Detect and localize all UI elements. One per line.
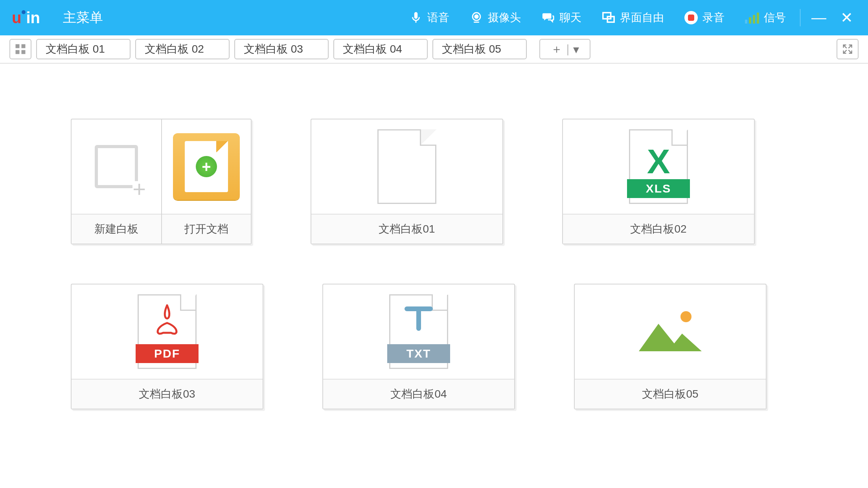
add-tab-button[interactable]: ＋ | ▾	[539, 39, 590, 59]
fullscreen-icon	[842, 44, 853, 55]
open-doc-card[interactable]: + 打开文档	[161, 119, 252, 244]
record-label: 录音	[702, 10, 725, 25]
svg-point-1	[475, 15, 478, 18]
plus-icon: ＋	[551, 41, 563, 57]
xls-badge: XLS	[627, 179, 690, 198]
grid-icon	[15, 43, 26, 55]
open-doc-icon: +	[173, 133, 240, 200]
fullscreen-button[interactable]	[837, 39, 859, 59]
doc-card-5[interactable]: 文档白板05	[574, 284, 767, 409]
svg-rect-7	[22, 50, 26, 54]
svg-rect-6	[16, 50, 20, 54]
tab-2[interactable]: 文档白板 02	[135, 39, 230, 59]
doc-card-3[interactable]: PDF 文档白板03	[71, 284, 263, 409]
signal-label: 信号	[764, 10, 786, 25]
new-board-card[interactable]: 新建白板	[71, 119, 161, 244]
layout-button[interactable]: 界面自由	[592, 10, 674, 25]
tabbar: 文档白板 01 文档白板 02 文档白板 03 文档白板 04 文档白板 05 …	[0, 35, 868, 64]
record-icon	[684, 11, 698, 24]
webcam-icon	[470, 11, 483, 24]
record-button[interactable]: 录音	[674, 10, 735, 25]
doc-card-4-label: 文档白板04	[323, 379, 514, 409]
blank-doc-icon	[377, 129, 436, 204]
signal-icon	[745, 12, 759, 24]
camera-button[interactable]: 摄像头	[460, 10, 531, 25]
chat-label: 聊天	[559, 10, 581, 25]
camera-label: 摄像头	[488, 10, 521, 25]
tab-4-label: 文档白板 04	[343, 42, 402, 57]
tab-2-label: 文档白板 02	[145, 42, 204, 57]
svg-rect-4	[16, 44, 20, 48]
voice-button[interactable]: 语音	[399, 10, 460, 25]
new-board-icon	[95, 145, 138, 188]
topbar: uin 主菜单 语音 摄像头 聊天 界面自由 录音 信号 — ✕	[0, 0, 868, 35]
signal-indicator: 信号	[735, 10, 796, 25]
divider	[800, 9, 800, 26]
txt-doc-icon: TXT	[389, 294, 448, 369]
chat-button[interactable]: 聊天	[531, 10, 592, 25]
tab-1[interactable]: 文档白板 01	[36, 39, 131, 59]
tab-5-label: 文档白板 05	[442, 42, 501, 57]
tab-3[interactable]: 文档白板 03	[234, 39, 329, 59]
doc-card-1[interactable]: 文档白板01	[311, 119, 503, 244]
xls-doc-icon: X XLS	[629, 129, 688, 204]
svg-rect-5	[22, 44, 26, 48]
minimize-button[interactable]: —	[804, 9, 833, 26]
svg-point-8	[680, 311, 691, 322]
close-button[interactable]: ✕	[833, 9, 860, 26]
doc-card-5-label: 文档白板05	[575, 379, 766, 409]
page-title: 主菜单	[63, 9, 103, 27]
pdf-doc-icon: PDF	[138, 294, 197, 369]
app-logo: uin	[12, 9, 39, 27]
doc-card-1-label: 文档白板01	[311, 214, 502, 244]
image-doc-icon	[639, 308, 702, 355]
voice-label: 语音	[427, 10, 449, 25]
board-grid: 新建白板 + 打开文档 文档白板01 X XLS 文档白板02	[0, 64, 868, 409]
chat-icon	[541, 11, 555, 24]
txt-badge: TXT	[387, 344, 450, 363]
new-board-label: 新建白板	[72, 214, 161, 244]
microphone-icon	[409, 11, 423, 24]
doc-card-2[interactable]: X XLS 文档白板02	[562, 119, 755, 244]
tab-5[interactable]: 文档白板 05	[432, 39, 527, 59]
chevron-down-icon: ▾	[573, 42, 579, 56]
doc-card-3-label: 文档白板03	[72, 379, 263, 409]
open-doc-label: 打开文档	[162, 214, 251, 244]
tab-4[interactable]: 文档白板 04	[333, 39, 428, 59]
pdf-badge: PDF	[136, 344, 199, 363]
layout-label: 界面自由	[620, 10, 664, 25]
tab-3-label: 文档白板 03	[244, 42, 303, 57]
layout-icon	[602, 11, 615, 24]
doc-card-4[interactable]: TXT 文档白板04	[322, 284, 515, 409]
doc-card-2-label: 文档白板02	[563, 214, 754, 244]
grid-view-button[interactable]	[9, 39, 31, 59]
divider: |	[566, 42, 570, 56]
tab-1-label: 文档白板 01	[46, 42, 105, 57]
